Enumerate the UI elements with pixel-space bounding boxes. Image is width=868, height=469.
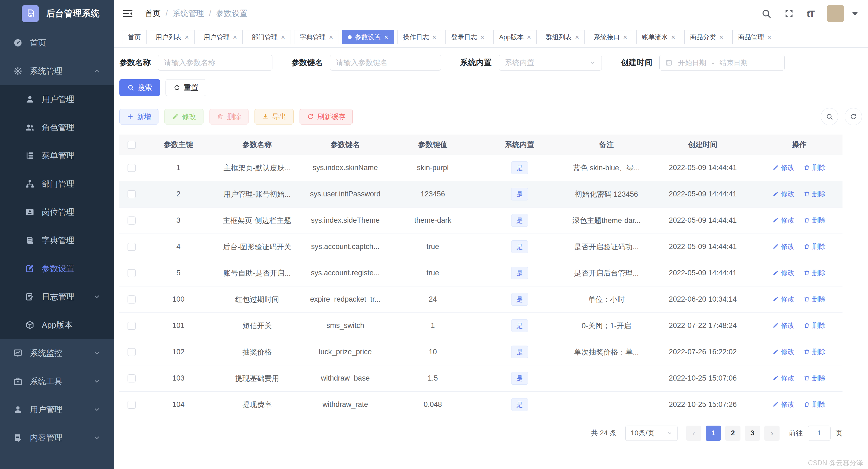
sidebar-item-app-version[interactable]: App版本 (0, 311, 114, 339)
page-size-select[interactable]: 10条/页 (625, 426, 678, 441)
row-delete-link[interactable]: 删除 (804, 347, 826, 356)
row-checkbox[interactable] (127, 374, 136, 382)
tab-operation-log[interactable]: 操作日志× (397, 30, 442, 44)
tab-system-api[interactable]: 系统接口× (588, 30, 633, 44)
close-icon[interactable]: × (767, 34, 771, 41)
close-icon[interactable]: × (719, 34, 723, 41)
show-search-toggle-button[interactable] (821, 108, 838, 125)
row-checkbox[interactable] (127, 243, 136, 251)
edit-button[interactable]: 修改 (164, 109, 204, 125)
breadcrumb-home[interactable]: 首页 (145, 8, 161, 19)
tab-goods-mgmt[interactable]: 商品管理× (732, 30, 777, 44)
close-icon[interactable]: × (281, 34, 285, 41)
tab-app-version[interactable]: App版本× (493, 30, 537, 44)
sidebar-item-menu-mgmt[interactable]: 菜单管理 (0, 142, 114, 170)
sidebar-item-log-mgmt[interactable]: 日志管理 (0, 283, 114, 311)
close-icon[interactable]: × (384, 34, 388, 41)
tab-goods-category[interactable]: 商品分类× (684, 30, 729, 44)
row-checkbox[interactable] (127, 269, 136, 277)
reset-button[interactable]: 重置 (165, 79, 206, 96)
search-icon[interactable] (761, 8, 771, 19)
row-edit-link[interactable]: 修改 (773, 400, 795, 409)
sidebar-item-dept-mgmt[interactable]: 部门管理 (0, 170, 114, 198)
page-button-2[interactable]: 2 (725, 426, 741, 441)
row-checkbox[interactable] (127, 216, 136, 225)
close-icon[interactable]: × (623, 34, 627, 41)
row-delete-link[interactable]: 删除 (804, 216, 826, 225)
row-delete-link[interactable]: 删除 (804, 189, 826, 198)
sidebar-item-dict-mgmt[interactable]: 字典管理 (0, 226, 114, 254)
tab-param-settings[interactable]: 参数设置× (342, 30, 394, 44)
font-size-icon[interactable]: tT (807, 8, 814, 19)
delete-button[interactable]: 删除 (210, 109, 249, 125)
sidebar-item-system-tools[interactable]: 系统工具 (0, 367, 114, 396)
tab-home[interactable]: 首页 (122, 30, 147, 44)
row-edit-link[interactable]: 修改 (773, 294, 795, 304)
sidebar-item-user-mgmt-2[interactable]: 用户管理 (0, 396, 114, 424)
app-logo[interactable]: 后台管理系统 (0, 0, 114, 27)
row-checkbox[interactable] (127, 401, 136, 409)
sidebar-item-home[interactable]: 首页 (0, 29, 114, 57)
row-delete-link[interactable]: 删除 (804, 268, 826, 277)
close-icon[interactable]: × (575, 34, 579, 41)
sidebar-item-user-mgmt[interactable]: 用户管理 (0, 85, 114, 114)
sidebar-item-content-mgmt[interactable]: 内容管理 (0, 424, 114, 452)
row-delete-link[interactable]: 删除 (804, 242, 826, 251)
row-checkbox[interactable] (127, 348, 136, 356)
page-button-1[interactable]: 1 (706, 426, 721, 441)
avatar[interactable] (827, 5, 844, 22)
row-edit-link[interactable]: 修改 (773, 189, 795, 198)
row-checkbox[interactable] (127, 190, 136, 198)
fullscreen-icon[interactable] (784, 8, 794, 19)
row-edit-link[interactable]: 修改 (773, 268, 795, 277)
goto-page-input[interactable] (808, 426, 831, 441)
tab-dict-mgmt[interactable]: 字典管理× (294, 30, 339, 44)
select-all-checkbox[interactable] (127, 141, 136, 149)
sidebar-collapse-icon[interactable] (122, 8, 133, 19)
breadcrumb-system-mgmt[interactable]: 系统管理 (173, 8, 204, 19)
tab-dept-mgmt[interactable]: 部门管理× (246, 30, 290, 44)
date-range-picker[interactable]: 开始日期 - 结束日期 (659, 55, 785, 70)
sidebar-item-post-mgmt[interactable]: 岗位管理 (0, 198, 114, 226)
row-checkbox[interactable] (127, 164, 136, 172)
prev-page-button[interactable]: ‹ (686, 426, 702, 441)
sidebar-item-system-monitor[interactable]: 系统监控 (0, 339, 114, 367)
close-icon[interactable]: × (527, 34, 531, 41)
close-icon[interactable]: × (432, 34, 436, 41)
row-delete-link[interactable]: 删除 (804, 374, 826, 382)
row-delete-link[interactable]: 删除 (804, 400, 826, 409)
close-icon[interactable]: × (480, 34, 484, 41)
sidebar-item-role-mgmt[interactable]: 角色管理 (0, 114, 114, 142)
param-key-input[interactable] (330, 55, 441, 70)
row-edit-link[interactable]: 修改 (773, 216, 795, 225)
export-button[interactable]: 导出 (254, 109, 293, 125)
tab-user-list[interactable]: 用户列表× (150, 30, 194, 44)
refresh-cache-button[interactable]: 刷新缓存 (300, 109, 353, 125)
row-edit-link[interactable]: 修改 (773, 163, 795, 172)
refresh-table-button[interactable] (845, 108, 862, 125)
row-delete-link[interactable]: 删除 (804, 294, 826, 304)
add-button[interactable]: 新增 (119, 109, 158, 125)
sidebar-item-system-mgmt[interactable]: 系统管理 (0, 57, 114, 85)
row-delete-link[interactable]: 删除 (804, 163, 826, 172)
close-icon[interactable]: × (671, 34, 675, 41)
row-edit-link[interactable]: 修改 (773, 242, 795, 251)
row-checkbox[interactable] (127, 295, 136, 304)
next-page-button[interactable]: › (764, 426, 779, 441)
builtin-select[interactable]: 系统内置 (499, 55, 602, 70)
row-edit-link[interactable]: 修改 (773, 321, 795, 330)
tab-bill-flow[interactable]: 账单流水× (636, 30, 681, 44)
close-icon[interactable]: × (185, 34, 189, 41)
row-checkbox[interactable] (127, 322, 136, 330)
caret-down-icon[interactable] (852, 12, 858, 15)
sidebar-item-param-settings[interactable]: 参数设置 (0, 254, 114, 283)
param-name-input[interactable] (158, 55, 272, 70)
tab-user-mgmt[interactable]: 用户管理× (198, 30, 243, 44)
tab-group-list[interactable]: 群组列表× (540, 30, 585, 44)
close-icon[interactable]: × (233, 34, 237, 41)
page-button-3[interactable]: 3 (745, 426, 760, 441)
search-button[interactable]: 搜索 (119, 79, 160, 96)
tab-login-log[interactable]: 登录日志× (445, 30, 490, 44)
close-icon[interactable]: × (329, 34, 333, 41)
row-edit-link[interactable]: 修改 (773, 374, 795, 382)
